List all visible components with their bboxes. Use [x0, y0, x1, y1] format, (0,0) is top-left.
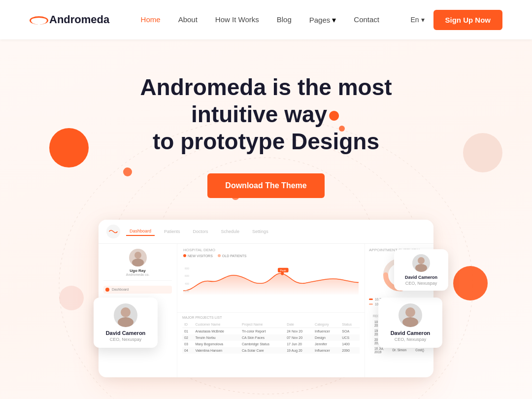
db-nav-doctors[interactable]: Doctors: [190, 228, 212, 235]
db-sidebar-item-1[interactable]: Dashboard: [103, 286, 172, 294]
svg-text:800: 800: [185, 266, 189, 269]
deco-circle-6: [463, 133, 502, 172]
table-row: 03 Mary Bogomolova Cambridge Status 17 J…: [182, 341, 360, 347]
logo-text: Andromeda: [49, 13, 109, 26]
avatar-left: [114, 303, 137, 327]
sidebar-dot-1: [105, 288, 109, 292]
db-avatar: [129, 249, 147, 266]
db-profile-name: Ugo Ray: [103, 268, 172, 273]
profile-name-top-right: David Cameron: [401, 275, 441, 280]
cell-project: CA Skin Faces: [240, 334, 285, 341]
cell-date: 07 Nov 20: [285, 334, 313, 341]
chart-tooltip-dot: [281, 272, 284, 275]
col-project: Project Name: [240, 321, 285, 328]
nav-right: En ▾ Sign Up Now: [410, 10, 502, 30]
legend-label-1: NEW VISITORS: [188, 254, 213, 258]
hero-title-line1: Andromeda is the most intuitive way: [140, 74, 392, 127]
col-status: Status: [340, 321, 360, 328]
hero-section: Andromeda is the most intuitive way● to …: [0, 39, 532, 399]
nav-home[interactable]: Home: [141, 15, 161, 24]
cell-date: 24 Nov 20: [285, 328, 313, 334]
profile-name-left: David Cameron: [101, 330, 150, 336]
deco-circle-1: [49, 128, 89, 167]
cell-status: 1400: [340, 341, 360, 347]
profile-card-top-right: David Cameron CEO, Nexuspay: [394, 249, 448, 291]
cell-status: SOA: [340, 328, 360, 334]
download-button[interactable]: Download The Theme: [207, 173, 324, 198]
svg-text:400: 400: [185, 282, 189, 285]
avatar-right: [399, 303, 422, 327]
legend-label-2: OLD PATIENTS: [222, 254, 247, 258]
logo[interactable]: Andromeda: [30, 13, 109, 26]
cell-project: Ca-Solar Care: [240, 347, 285, 354]
svg-text:600: 600: [185, 274, 189, 277]
cell-date: 17 Jun 20: [285, 341, 313, 347]
cell-category: Influencer: [313, 347, 340, 354]
col-category: Category: [313, 321, 340, 328]
deco-circle-5: [453, 266, 488, 300]
svg-point-3: [121, 307, 131, 317]
hero-title: Andromeda is the most intuitive way● to …: [94, 74, 438, 156]
cell-project: Cambridge Status: [240, 341, 285, 347]
nav-pages-label[interactable]: Pages: [309, 16, 331, 24]
legend-dot-2: [218, 254, 221, 257]
svg-point-19: [415, 264, 427, 272]
db-main: HOSPITAL DEMO NEW VISITORS OLD PATIENTS: [177, 244, 365, 377]
projects-table: ID Customer Name Project Name Date Categ…: [182, 321, 360, 354]
db-topbar: Dashboard Patients Doctors Schedule Sett…: [99, 220, 433, 244]
dashboard-mockup: David Cameron CEO, Nexuspay David Camero…: [89, 220, 443, 387]
db-nav-schedule[interactable]: Schedule: [218, 228, 243, 235]
navbar: Andromeda Home About How It Works Blog P…: [0, 0, 532, 39]
svg-text:Peak: Peak: [280, 268, 287, 271]
signup-button[interactable]: Sign Up Now: [433, 10, 503, 30]
table-row: 04 Valentina Hansen Ca-Solar Care 19 Aug…: [182, 347, 360, 354]
sidebar-label-1: Dashboard: [112, 288, 129, 291]
table-row: 01 Anastasia McBride Tri-color Report 24…: [182, 328, 360, 334]
deco-circle-2: [123, 167, 132, 176]
cell-project: Tri-color Report: [240, 328, 285, 334]
table-title: MAJOR PROJECTS LIST: [182, 316, 360, 319]
lang-label: En: [410, 16, 419, 24]
profile-name-right: David Cameron: [386, 330, 434, 336]
cell-status: 2090: [340, 347, 360, 354]
db-nav-settings[interactable]: Settings: [249, 228, 272, 235]
nav-contact[interactable]: Contact: [354, 15, 379, 24]
db-profile-top: Ugo Ray Andromeda co.: [103, 249, 172, 281]
db-profile-sub: Andromeda co.: [103, 273, 172, 276]
col-name: Customer Name: [194, 321, 240, 328]
hero-title-line2: to prototype Designs: [153, 129, 379, 154]
svg-point-4: [118, 317, 133, 327]
profile-title-left: CEO, Nexuspay: [101, 337, 150, 342]
cell-name: Mary Bogomolova: [194, 341, 240, 347]
svg-point-6: [402, 317, 418, 327]
db-nav-dashboard[interactable]: Dashboard: [126, 227, 155, 236]
db-chart-area: HOSPITAL DEMO NEW VISITORS OLD PATIENTS: [177, 244, 365, 313]
cell-id: 01: [182, 328, 194, 334]
profile-title-top-right: CEO, Nexuspay: [401, 281, 441, 286]
cell-category: Jennifer: [313, 341, 340, 347]
db-nav-patients[interactable]: Patients: [161, 228, 184, 235]
avatar-top-right: [412, 254, 430, 272]
profile-card-left: David Cameron CEO, Nexuspay: [94, 298, 158, 348]
nav-how-it-works[interactable]: How It Works: [215, 15, 259, 24]
col-id: ID: [182, 321, 194, 328]
legend-dot-1: [183, 254, 186, 257]
donut-legend-bar-1: [369, 299, 373, 300]
hero-dot: ●: [327, 101, 341, 127]
db-table-area: MAJOR PROJECTS LIST ID Customer Name Pro…: [177, 313, 365, 357]
nav-about[interactable]: About: [178, 15, 198, 24]
nav-blog[interactable]: Blog: [277, 15, 292, 24]
wave-chart: Peak 800 600 400 200: [183, 260, 359, 299]
cell-date: 19 Aug 20: [285, 347, 313, 354]
cell-id: 02: [182, 334, 194, 341]
nav-pages[interactable]: Pages ▾: [309, 15, 336, 25]
chart-legend: NEW VISITORS OLD PATIENTS: [183, 254, 359, 258]
svg-point-7: [134, 252, 141, 259]
language-button[interactable]: En ▾: [410, 16, 424, 24]
chart-title: HOSPITAL DEMO: [183, 248, 359, 252]
col-date: Date: [285, 321, 313, 328]
deco-circle-7: [59, 286, 84, 310]
legend-old-patients: OLD PATIENTS: [218, 254, 247, 258]
logo-icon: [30, 15, 45, 25]
cell-name: Valentina Hansen: [194, 347, 240, 354]
